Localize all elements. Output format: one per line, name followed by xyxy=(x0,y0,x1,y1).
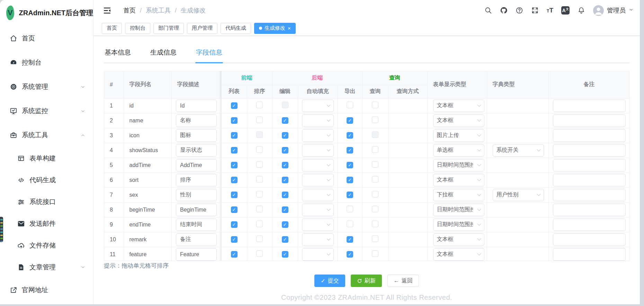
query-checkbox[interactable] xyxy=(372,146,378,153)
logo-row[interactable]: V ZRAdmin.NET后台管理 xyxy=(0,0,93,21)
edit-checkbox[interactable] xyxy=(282,251,288,258)
export-checkbox[interactable] xyxy=(347,251,353,258)
remark-input[interactable] xyxy=(553,100,626,112)
autofill-select[interactable] xyxy=(302,233,334,246)
field-desc-input[interactable] xyxy=(176,248,217,261)
remark-input[interactable] xyxy=(553,189,626,201)
form-type-select[interactable]: 文本框 xyxy=(433,114,484,127)
github-icon[interactable] xyxy=(500,7,508,14)
remark-input[interactable] xyxy=(553,159,626,171)
dict-type-select[interactable]: 系统开关 xyxy=(493,144,544,157)
field-desc-input[interactable] xyxy=(176,204,217,216)
sidebar-item-dashboard[interactable]: 控制台 xyxy=(0,50,93,75)
list-checkbox[interactable] xyxy=(231,221,238,228)
query-checkbox[interactable] xyxy=(372,221,378,227)
tag-user[interactable]: 用户管理 xyxy=(187,23,217,34)
tag-codegen[interactable]: 代码生成 xyxy=(221,23,251,34)
autofill-select[interactable] xyxy=(302,189,334,201)
export-checkbox[interactable] xyxy=(347,147,353,154)
form-type-select[interactable]: 日期时间范围控件 xyxy=(433,204,484,216)
sort-checkbox[interactable] xyxy=(256,146,263,153)
export-checkbox[interactable] xyxy=(347,236,353,243)
export-checkbox[interactable] xyxy=(347,177,353,183)
sidebar-item-file-storage[interactable]: 文件存储 xyxy=(0,234,93,256)
edit-checkbox[interactable] xyxy=(282,206,288,213)
list-checkbox[interactable] xyxy=(231,177,238,183)
form-type-select[interactable]: 文本框 xyxy=(433,100,484,112)
export-checkbox[interactable] xyxy=(347,102,353,108)
breadcrumb-item[interactable]: 生成修改 xyxy=(181,6,206,15)
form-type-select[interactable]: 图片上传 xyxy=(433,129,484,142)
field-desc-input[interactable] xyxy=(176,219,217,231)
sidebar-item-form-build[interactable]: 表单构建 xyxy=(0,147,93,169)
field-desc-input[interactable] xyxy=(176,114,217,127)
autofill-select[interactable] xyxy=(302,174,334,186)
list-checkbox[interactable] xyxy=(231,162,238,168)
edit-checkbox[interactable] xyxy=(282,221,288,228)
tag-home[interactable]: 首页 xyxy=(102,23,122,34)
edit-checkbox[interactable] xyxy=(282,162,288,168)
edit-checkbox[interactable] xyxy=(282,236,288,243)
autofill-select[interactable] xyxy=(302,204,334,216)
sidebar-item-code-gen[interactable]: 代码生成 xyxy=(0,169,93,191)
sort-checkbox[interactable] xyxy=(256,250,263,257)
sidebar-item-article-manage[interactable]: 文章管理 xyxy=(0,256,93,278)
edit-checkbox[interactable] xyxy=(282,117,288,124)
list-checkbox[interactable] xyxy=(231,117,238,124)
query-checkbox[interactable] xyxy=(372,176,378,183)
remark-input[interactable] xyxy=(553,248,626,261)
dict-type-select[interactable]: 用户性别 xyxy=(493,189,544,201)
query-checkbox[interactable] xyxy=(372,102,378,108)
query-checkbox[interactable] xyxy=(372,161,378,168)
field-desc-input[interactable] xyxy=(176,189,217,201)
sort-checkbox[interactable] xyxy=(256,221,263,227)
refresh-button[interactable]: 刷新 xyxy=(351,275,382,287)
sidebar-item-home[interactable]: 首页 xyxy=(0,26,93,50)
field-desc-input[interactable] xyxy=(176,159,217,171)
query-checkbox[interactable] xyxy=(372,206,378,212)
export-checkbox[interactable] xyxy=(347,206,353,212)
list-checkbox[interactable] xyxy=(231,147,238,154)
font-size-icon[interactable]: TT xyxy=(547,7,553,14)
form-type-select[interactable]: 下拉框 xyxy=(433,189,484,201)
edit-checkbox[interactable] xyxy=(282,177,288,183)
list-checkbox[interactable] xyxy=(231,251,238,258)
sidebar-item-website[interactable]: 官网地址 xyxy=(0,278,93,302)
export-checkbox[interactable] xyxy=(347,221,353,227)
tag-gen-edit[interactable]: 生成修改× xyxy=(254,23,296,34)
autofill-select[interactable] xyxy=(302,219,334,231)
export-checkbox[interactable] xyxy=(347,117,353,124)
fullscreen-icon[interactable] xyxy=(531,7,539,14)
autofill-select[interactable] xyxy=(302,248,334,261)
export-checkbox[interactable] xyxy=(347,162,353,168)
remark-input[interactable] xyxy=(553,144,626,157)
remark-input[interactable] xyxy=(553,233,626,246)
tab-fields[interactable]: 字段信息 xyxy=(195,48,223,63)
autofill-select[interactable] xyxy=(302,129,334,142)
bell-icon[interactable] xyxy=(578,7,585,14)
sort-checkbox[interactable] xyxy=(256,161,263,168)
edit-checkbox[interactable] xyxy=(282,192,288,198)
autofill-select[interactable] xyxy=(302,100,334,112)
sort-checkbox[interactable] xyxy=(256,102,263,108)
list-checkbox[interactable] xyxy=(231,102,238,109)
tab-gen[interactable]: 生成信息 xyxy=(150,48,177,63)
list-checkbox[interactable] xyxy=(231,236,238,243)
field-desc-input[interactable] xyxy=(176,174,217,186)
search-icon[interactable] xyxy=(484,7,492,14)
sidebar-item-system-monitor[interactable]: 系统监控 xyxy=(0,99,93,123)
sidebar-item-system-manage[interactable]: 系统管理 xyxy=(0,75,93,99)
user-menu[interactable]: 管理员 xyxy=(593,5,634,16)
remark-input[interactable] xyxy=(553,204,626,216)
list-checkbox[interactable] xyxy=(231,192,238,198)
field-desc-input[interactable] xyxy=(176,100,217,112)
form-type-select[interactable]: 文本框 xyxy=(433,248,484,261)
breadcrumb-item[interactable]: 首页 xyxy=(123,6,136,15)
tag-dept[interactable]: 部门管理 xyxy=(153,23,184,34)
sidebar-collapse-icon[interactable] xyxy=(103,6,111,15)
tag-console[interactable]: 控制台 xyxy=(125,23,150,34)
edit-checkbox[interactable] xyxy=(282,147,288,154)
sort-checkbox[interactable] xyxy=(256,117,263,123)
remark-input[interactable] xyxy=(553,219,626,231)
left-edge-widget[interactable] xyxy=(0,217,3,242)
